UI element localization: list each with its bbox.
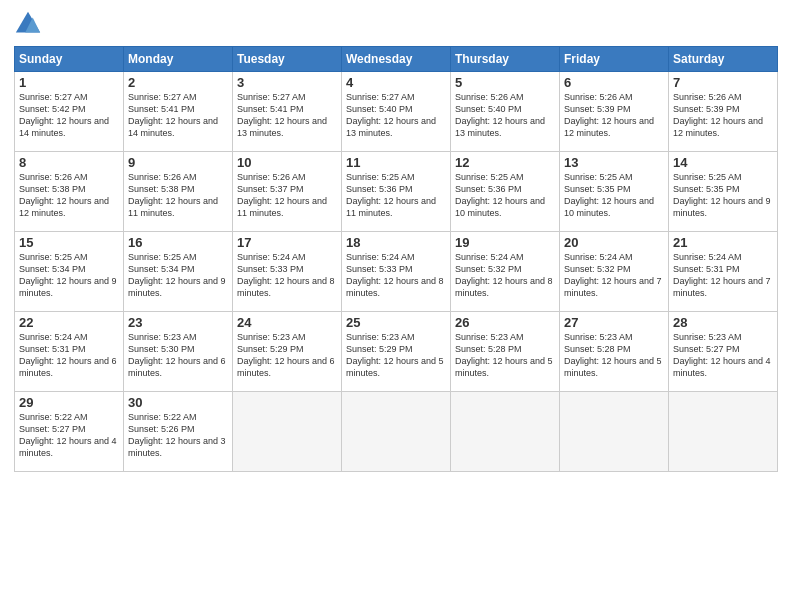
day-info: Sunrise: 5:26 AMSunset: 5:39 PMDaylight:… <box>564 91 664 140</box>
day-info: Sunrise: 5:23 AMSunset: 5:27 PMDaylight:… <box>673 331 773 380</box>
calendar-cell: 10 Sunrise: 5:26 AMSunset: 5:37 PMDaylig… <box>233 152 342 232</box>
calendar-cell: 11 Sunrise: 5:25 AMSunset: 5:36 PMDaylig… <box>342 152 451 232</box>
day-number: 28 <box>673 315 773 330</box>
day-info: Sunrise: 5:27 AMSunset: 5:40 PMDaylight:… <box>346 91 446 140</box>
day-info: Sunrise: 5:24 AMSunset: 5:31 PMDaylight:… <box>19 331 119 380</box>
calendar-cell <box>451 392 560 472</box>
day-info: Sunrise: 5:22 AMSunset: 5:27 PMDaylight:… <box>19 411 119 460</box>
calendar-cell: 28 Sunrise: 5:23 AMSunset: 5:27 PMDaylig… <box>669 312 778 392</box>
day-info: Sunrise: 5:24 AMSunset: 5:32 PMDaylight:… <box>564 251 664 300</box>
day-info: Sunrise: 5:23 AMSunset: 5:30 PMDaylight:… <box>128 331 228 380</box>
day-number: 8 <box>19 155 119 170</box>
calendar-cell: 2 Sunrise: 5:27 AMSunset: 5:41 PMDayligh… <box>124 72 233 152</box>
day-number: 14 <box>673 155 773 170</box>
day-number: 1 <box>19 75 119 90</box>
day-number: 13 <box>564 155 664 170</box>
calendar-cell: 30 Sunrise: 5:22 AMSunset: 5:26 PMDaylig… <box>124 392 233 472</box>
calendar-cell: 6 Sunrise: 5:26 AMSunset: 5:39 PMDayligh… <box>560 72 669 152</box>
calendar-cell: 13 Sunrise: 5:25 AMSunset: 5:35 PMDaylig… <box>560 152 669 232</box>
header-friday: Friday <box>560 47 669 72</box>
calendar-cell: 16 Sunrise: 5:25 AMSunset: 5:34 PMDaylig… <box>124 232 233 312</box>
day-info: Sunrise: 5:24 AMSunset: 5:33 PMDaylight:… <box>346 251 446 300</box>
day-number: 3 <box>237 75 337 90</box>
day-info: Sunrise: 5:24 AMSunset: 5:31 PMDaylight:… <box>673 251 773 300</box>
day-number: 12 <box>455 155 555 170</box>
day-info: Sunrise: 5:25 AMSunset: 5:34 PMDaylight:… <box>19 251 119 300</box>
day-number: 4 <box>346 75 446 90</box>
day-info: Sunrise: 5:25 AMSunset: 5:36 PMDaylight:… <box>346 171 446 220</box>
day-info: Sunrise: 5:23 AMSunset: 5:29 PMDaylight:… <box>237 331 337 380</box>
calendar-cell: 1 Sunrise: 5:27 AMSunset: 5:42 PMDayligh… <box>15 72 124 152</box>
day-number: 30 <box>128 395 228 410</box>
calendar-cell <box>233 392 342 472</box>
day-info: Sunrise: 5:25 AMSunset: 5:34 PMDaylight:… <box>128 251 228 300</box>
day-info: Sunrise: 5:25 AMSunset: 5:36 PMDaylight:… <box>455 171 555 220</box>
day-number: 20 <box>564 235 664 250</box>
day-number: 16 <box>128 235 228 250</box>
calendar-cell: 3 Sunrise: 5:27 AMSunset: 5:41 PMDayligh… <box>233 72 342 152</box>
calendar-cell: 17 Sunrise: 5:24 AMSunset: 5:33 PMDaylig… <box>233 232 342 312</box>
header-saturday: Saturday <box>669 47 778 72</box>
header-sunday: Sunday <box>15 47 124 72</box>
day-number: 9 <box>128 155 228 170</box>
logo <box>14 10 46 38</box>
day-info: Sunrise: 5:25 AMSunset: 5:35 PMDaylight:… <box>564 171 664 220</box>
header-monday: Monday <box>124 47 233 72</box>
day-info: Sunrise: 5:22 AMSunset: 5:26 PMDaylight:… <box>128 411 228 460</box>
calendar-cell: 15 Sunrise: 5:25 AMSunset: 5:34 PMDaylig… <box>15 232 124 312</box>
calendar-cell: 25 Sunrise: 5:23 AMSunset: 5:29 PMDaylig… <box>342 312 451 392</box>
day-number: 11 <box>346 155 446 170</box>
day-number: 26 <box>455 315 555 330</box>
calendar-cell <box>669 392 778 472</box>
calendar-cell: 21 Sunrise: 5:24 AMSunset: 5:31 PMDaylig… <box>669 232 778 312</box>
day-number: 21 <box>673 235 773 250</box>
day-number: 10 <box>237 155 337 170</box>
calendar-cell: 18 Sunrise: 5:24 AMSunset: 5:33 PMDaylig… <box>342 232 451 312</box>
header-thursday: Thursday <box>451 47 560 72</box>
day-info: Sunrise: 5:26 AMSunset: 5:39 PMDaylight:… <box>673 91 773 140</box>
logo-icon <box>14 10 42 38</box>
day-number: 2 <box>128 75 228 90</box>
day-info: Sunrise: 5:26 AMSunset: 5:38 PMDaylight:… <box>19 171 119 220</box>
calendar-cell: 19 Sunrise: 5:24 AMSunset: 5:32 PMDaylig… <box>451 232 560 312</box>
day-info: Sunrise: 5:27 AMSunset: 5:41 PMDaylight:… <box>128 91 228 140</box>
header-tuesday: Tuesday <box>233 47 342 72</box>
day-number: 24 <box>237 315 337 330</box>
calendar-cell: 12 Sunrise: 5:25 AMSunset: 5:36 PMDaylig… <box>451 152 560 232</box>
day-number: 7 <box>673 75 773 90</box>
day-number: 5 <box>455 75 555 90</box>
day-info: Sunrise: 5:24 AMSunset: 5:32 PMDaylight:… <box>455 251 555 300</box>
page-container: SundayMondayTuesdayWednesdayThursdayFrid… <box>0 0 792 612</box>
page-header <box>14 10 778 38</box>
calendar-cell: 29 Sunrise: 5:22 AMSunset: 5:27 PMDaylig… <box>15 392 124 472</box>
calendar-cell: 14 Sunrise: 5:25 AMSunset: 5:35 PMDaylig… <box>669 152 778 232</box>
day-info: Sunrise: 5:27 AMSunset: 5:41 PMDaylight:… <box>237 91 337 140</box>
calendar-cell: 9 Sunrise: 5:26 AMSunset: 5:38 PMDayligh… <box>124 152 233 232</box>
day-info: Sunrise: 5:26 AMSunset: 5:40 PMDaylight:… <box>455 91 555 140</box>
calendar-table: SundayMondayTuesdayWednesdayThursdayFrid… <box>14 46 778 472</box>
calendar-cell: 7 Sunrise: 5:26 AMSunset: 5:39 PMDayligh… <box>669 72 778 152</box>
day-number: 17 <box>237 235 337 250</box>
calendar-cell: 4 Sunrise: 5:27 AMSunset: 5:40 PMDayligh… <box>342 72 451 152</box>
calendar-cell <box>560 392 669 472</box>
calendar-cell: 24 Sunrise: 5:23 AMSunset: 5:29 PMDaylig… <box>233 312 342 392</box>
day-number: 27 <box>564 315 664 330</box>
calendar-header-row: SundayMondayTuesdayWednesdayThursdayFrid… <box>15 47 778 72</box>
week-row-0: 1 Sunrise: 5:27 AMSunset: 5:42 PMDayligh… <box>15 72 778 152</box>
day-number: 25 <box>346 315 446 330</box>
day-number: 19 <box>455 235 555 250</box>
day-number: 23 <box>128 315 228 330</box>
day-info: Sunrise: 5:23 AMSunset: 5:28 PMDaylight:… <box>564 331 664 380</box>
day-number: 22 <box>19 315 119 330</box>
week-row-2: 15 Sunrise: 5:25 AMSunset: 5:34 PMDaylig… <box>15 232 778 312</box>
calendar-cell: 23 Sunrise: 5:23 AMSunset: 5:30 PMDaylig… <box>124 312 233 392</box>
day-info: Sunrise: 5:23 AMSunset: 5:28 PMDaylight:… <box>455 331 555 380</box>
day-number: 18 <box>346 235 446 250</box>
week-row-3: 22 Sunrise: 5:24 AMSunset: 5:31 PMDaylig… <box>15 312 778 392</box>
day-number: 6 <box>564 75 664 90</box>
calendar-cell: 20 Sunrise: 5:24 AMSunset: 5:32 PMDaylig… <box>560 232 669 312</box>
day-info: Sunrise: 5:24 AMSunset: 5:33 PMDaylight:… <box>237 251 337 300</box>
week-row-1: 8 Sunrise: 5:26 AMSunset: 5:38 PMDayligh… <box>15 152 778 232</box>
week-row-4: 29 Sunrise: 5:22 AMSunset: 5:27 PMDaylig… <box>15 392 778 472</box>
day-number: 29 <box>19 395 119 410</box>
